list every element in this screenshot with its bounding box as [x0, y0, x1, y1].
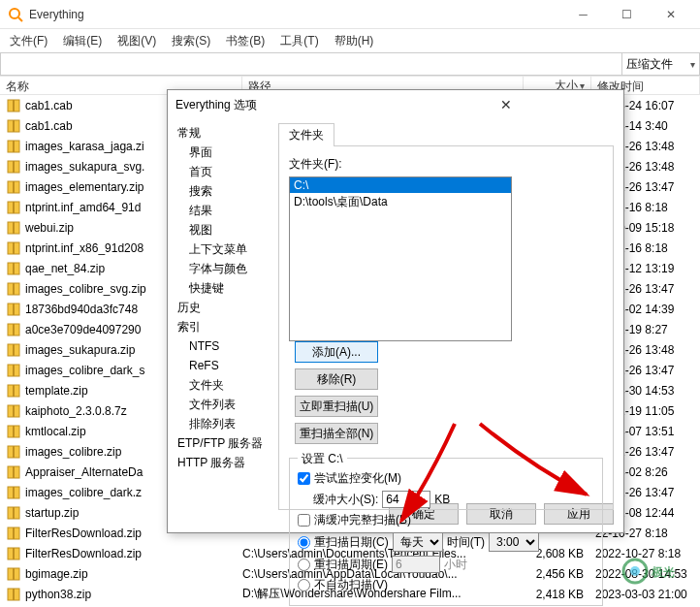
svg-rect-11 [13, 181, 15, 193]
menu-help[interactable]: 帮助(H) [329, 31, 380, 51]
rescan-period-label: 重扫描周期(E) [314, 557, 388, 573]
chevron-down-icon: ▾ [690, 59, 695, 70]
svg-rect-41 [13, 487, 15, 498]
settings-legend: 设置 C:\ [298, 451, 347, 467]
svg-rect-29 [13, 365, 15, 376]
rescan-now-button[interactable]: 立即重扫描(U) [295, 396, 378, 417]
add-folder-button[interactable]: 添加(A)... [295, 341, 378, 363]
fullscan-checkbox[interactable] [298, 514, 310, 527]
remove-folder-button[interactable]: 移除(R) [295, 368, 378, 390]
monitor-label: 尝试监控变化(M) [314, 470, 401, 487]
rescan-date-label: 重扫描日期(C) [314, 534, 389, 551]
menu-view[interactable]: 视图(V) [111, 31, 162, 51]
nav-index[interactable]: 索引 [175, 317, 274, 336]
buffer-unit: KB [434, 493, 450, 506]
nav-history[interactable]: 历史 [175, 298, 274, 317]
rescan-date-radio[interactable] [298, 536, 310, 549]
svg-rect-35 [13, 426, 15, 437]
nav-etp[interactable]: ETP/FTP 服务器 [175, 433, 274, 453]
svg-rect-27 [13, 344, 15, 356]
nav-ntfs[interactable]: NTFS [175, 336, 274, 356]
menu-search[interactable]: 搜索(S) [166, 31, 216, 51]
folders-label: 文件夹(F): [289, 156, 603, 173]
maximize-button[interactable]: ☐ [605, 1, 649, 28]
nav-folders[interactable]: 文件夹 [175, 375, 274, 395]
titlebar: Everything ─ ☐ ✕ [0, 0, 700, 29]
svg-rect-3 [13, 100, 15, 112]
app-logo-icon [8, 7, 23, 22]
tab-folders[interactable]: 文件夹 [278, 123, 334, 146]
svg-rect-49 [13, 568, 15, 580]
nav-ui[interactable]: 界面 [175, 143, 274, 162]
svg-rect-43 [13, 507, 15, 519]
nav-refs[interactable]: ReFS [175, 356, 274, 375]
file-name: bgimage.zip [25, 567, 242, 581]
nav-http[interactable]: HTTP 服务器 [175, 453, 274, 472]
fullscan-label: 满缓冲完整扫描(B) [314, 512, 411, 528]
menu-edit[interactable]: 编辑(E) [57, 31, 108, 51]
close-button[interactable]: ✕ [649, 1, 692, 28]
nav-keys[interactable]: 快捷键 [175, 278, 274, 298]
minimize-button[interactable]: ─ [561, 1, 605, 28]
svg-rect-15 [13, 222, 15, 234]
nav-context[interactable]: 上下文菜单 [175, 240, 274, 259]
dialog-close-button[interactable]: ✕ [396, 97, 616, 112]
svg-rect-9 [13, 161, 15, 173]
svg-text:极光: 极光 [651, 565, 675, 579]
menu-file[interactable]: 文件(F) [4, 31, 53, 51]
file-date: 2023-03-03 21:00 [591, 588, 700, 601]
nav-general[interactable]: 常规 [175, 123, 274, 143]
watermark-icon: 极光 [620, 557, 688, 586]
folder-listbox[interactable]: C:\ D:\tools\桌面\Data [289, 176, 512, 341]
svg-rect-7 [13, 141, 15, 152]
nav-fonts[interactable]: 字体与颜色 [175, 259, 274, 278]
time-select[interactable]: 3:00 [489, 532, 539, 552]
folder-item-selected[interactable]: C:\ [290, 177, 511, 193]
filter-combo[interactable]: 压缩文件 ▾ [622, 52, 700, 76]
menubar: 文件(F) 编辑(E) 视图(V) 搜索(S) 书签(B) 工具(T) 帮助(H… [0, 29, 700, 52]
svg-rect-21 [13, 283, 15, 295]
monitor-checkbox[interactable] [298, 472, 310, 485]
filter-combo-label: 压缩文件 [626, 56, 673, 73]
period-input [392, 556, 440, 573]
time-label: 时间(T) [447, 534, 485, 551]
svg-rect-45 [13, 527, 15, 539]
rescan-all-button[interactable]: 重扫描全部(N) [295, 423, 378, 444]
buffer-input[interactable] [382, 491, 430, 508]
svg-rect-37 [13, 446, 15, 458]
dialog-nav-tree[interactable]: 常规 界面 首页 搜索 结果 视图 上下文菜单 字体与颜色 快捷键 历史 索引 … [168, 119, 274, 497]
svg-rect-47 [13, 548, 15, 559]
menu-tools[interactable]: 工具(T) [274, 31, 324, 51]
svg-line-1 [18, 17, 22, 21]
file-name: python38.zip [25, 588, 242, 601]
svg-rect-5 [13, 120, 15, 132]
window-title: Everything [29, 8, 561, 21]
svg-point-0 [10, 9, 19, 18]
dialog-titlebar[interactable]: Everything 选项 ✕ [168, 90, 623, 119]
options-dialog: Everything 选项 ✕ 常规 界面 首页 搜索 结果 视图 上下文菜单 … [167, 89, 624, 533]
svg-rect-33 [13, 405, 15, 417]
folder-settings-group: 设置 C:\ 尝试监控变化(M) 缓冲大小(S): KB 满缓冲完整扫描(B) [289, 458, 603, 606]
nav-results[interactable]: 结果 [175, 201, 274, 220]
nav-view[interactable]: 视图 [175, 220, 274, 240]
svg-rect-19 [13, 263, 15, 274]
svg-rect-31 [13, 385, 15, 397]
no-auto-label: 不自动扫描(V) [314, 577, 388, 593]
dialog-title: Everything 选项 [175, 97, 396, 113]
search-input[interactable] [0, 52, 622, 76]
svg-rect-25 [13, 324, 15, 335]
svg-rect-39 [13, 466, 15, 478]
rescan-period-radio[interactable] [298, 559, 310, 571]
folder-item[interactable]: D:\tools\桌面\Data [290, 193, 511, 211]
svg-rect-17 [13, 242, 15, 254]
svg-rect-23 [13, 304, 15, 315]
nav-home[interactable]: 首页 [175, 162, 274, 181]
nav-search[interactable]: 搜索 [175, 181, 274, 201]
file-name: FilterResDownload.zip [25, 547, 242, 560]
nav-filelists[interactable]: 文件列表 [175, 395, 274, 414]
rescan-freq-select[interactable]: 每天 [393, 532, 443, 552]
menu-bookmarks[interactable]: 书签(B) [220, 31, 270, 51]
svg-point-53 [630, 566, 640, 576]
no-auto-radio[interactable] [298, 579, 310, 591]
nav-exclude[interactable]: 排除列表 [175, 414, 274, 433]
